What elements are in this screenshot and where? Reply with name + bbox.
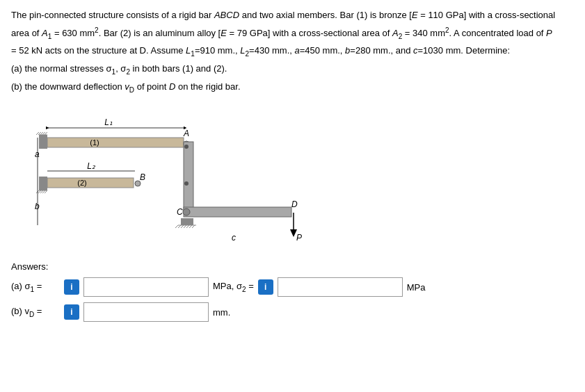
problem-text: The pin-connected structure consists of … xyxy=(11,8,574,95)
answer-a2-input[interactable] xyxy=(278,277,403,297)
svg-line-16 xyxy=(178,225,181,228)
dim-b-label: b xyxy=(35,202,40,211)
svg-line-15 xyxy=(175,225,178,228)
support-C xyxy=(181,218,193,225)
problem-part-a: (a) the normal stresses σ1, σ2 in both b… xyxy=(11,62,574,77)
answer-row-a: (a) σ1 = i MPa, σ2 = i MPa xyxy=(11,277,574,297)
svg-line-19 xyxy=(186,225,189,228)
answer-a-unit: MPa xyxy=(407,282,426,293)
wall-top xyxy=(39,135,47,149)
info-btn-a1[interactable]: i xyxy=(64,279,79,295)
problem-part-b: (b) the downward deflection vD of point … xyxy=(11,80,574,95)
diagram-area: L₁ (1) A L₂ (2) B C xyxy=(32,101,324,254)
pin-C xyxy=(183,209,190,215)
pin-A-bar xyxy=(184,145,189,149)
bar2-rect xyxy=(47,178,134,188)
L1-label: L₁ xyxy=(104,117,113,127)
bar1-label: (1) xyxy=(90,138,99,147)
bar2-label: (2) xyxy=(77,179,86,187)
svg-line-20 xyxy=(189,225,192,228)
point-D-label: D xyxy=(291,199,298,209)
wall-bottom xyxy=(39,177,47,190)
answer-a-label: (a) σ1 = xyxy=(11,281,60,293)
answers-label: Answers: xyxy=(11,261,574,272)
svg-line-18 xyxy=(184,225,186,228)
bar1-rect xyxy=(47,138,184,147)
dim-a-label: a xyxy=(35,149,40,159)
diagram-svg: L₁ (1) A L₂ (2) B C xyxy=(32,101,324,254)
rigid-bar-vertical xyxy=(184,142,193,211)
L2-label: L₂ xyxy=(87,161,96,171)
svg-line-21 xyxy=(192,225,195,228)
problem-line2: area of A1 = 630 mm2. Bar (2) is an alum… xyxy=(11,25,574,42)
answer-b-label: (b) vD = xyxy=(11,306,60,318)
answer-b-unit: mm. xyxy=(213,307,230,318)
point-P-label: P xyxy=(296,233,302,243)
point-A-label: A xyxy=(183,129,189,138)
info-btn-b[interactable]: i xyxy=(64,304,79,320)
dim-c-label: c xyxy=(232,233,236,243)
point-C-label: C xyxy=(177,207,183,217)
rigid-bar-horizontal xyxy=(184,207,291,217)
problem-line1: The pin-connected structure consists of … xyxy=(11,8,574,22)
answer-a1-input[interactable] xyxy=(83,277,209,297)
answers-section: Answers: (a) σ1 = i MPa, σ2 = i MPa (b) … xyxy=(11,261,574,322)
problem-line3: = 52 kN acts on the structure at D. Assu… xyxy=(11,44,574,59)
answer-a-mid-label: MPa, σ2 = xyxy=(213,281,254,293)
answer-row-b: (b) vD = i mm. xyxy=(11,302,574,322)
svg-line-17 xyxy=(181,225,184,228)
info-btn-a2[interactable]: i xyxy=(258,279,273,295)
answer-b-input[interactable] xyxy=(83,302,209,322)
point-B-label: B xyxy=(140,172,145,182)
pin-B-bar xyxy=(184,181,189,186)
